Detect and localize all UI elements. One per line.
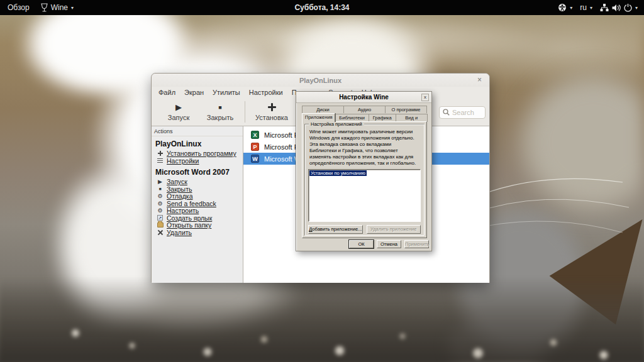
sidebar-section-playonlinux: PlayOnLinux [152,136,243,150]
gear-icon: ⚙ [157,193,164,200]
tab-row-front: Приложения Библиотеки Графика Вид и инте… [302,113,427,122]
sidebar-item-remove[interactable]: Удалить [152,229,243,237]
gear-icon: ⚙ [157,207,164,214]
listbox-selected-item[interactable]: Установки по умолчанию [309,170,367,176]
cancel-button[interactable]: Отмена [377,240,401,248]
application-settings-groupbox: Настройка приложений Wine может имитиров… [304,124,425,236]
chevron-down-icon: ▾ [635,5,638,11]
wine-config-titlebar[interactable]: Настройка Wine x [296,92,431,103]
actions-sidebar: Actions PlayOnLinux Установить программу… [152,126,243,283]
sidebar-item-open-folder[interactable]: Открыть папку [152,222,243,229]
apply-button: Применить [404,240,429,248]
excel-icon: X [251,131,259,139]
plus-icon [157,150,164,157]
cross-icon [157,229,164,236]
dialog-button-row: ОК Отмена Применить [349,240,429,248]
list-icon [157,157,164,164]
system-status-menu[interactable]: ▾ [600,4,638,12]
menu-settings[interactable]: Настройки [245,89,287,96]
volume-icon [612,4,621,12]
install-button[interactable]: Установка [249,102,294,121]
search-icon [443,107,450,118]
network-wired-icon [600,4,609,12]
play-icon: ▶ [175,102,182,112]
menu-file[interactable]: Файл [154,89,180,96]
close-app-button[interactable]: ■ Закрыть [199,102,241,121]
dialog-title: Настройка Wine [339,94,389,101]
menu-display[interactable]: Экран [180,89,208,96]
tab-drives[interactable]: Диски [302,106,344,113]
groupbox-label: Настройка приложений [309,121,364,127]
close-dialog-button[interactable]: x [421,94,429,101]
desktop: Обзор Wine ▾ Суббота, 14:34 [0,0,644,362]
wallpaper-pebble-ground [0,277,644,362]
folder-icon [157,222,164,229]
playonlinux-titlebar[interactable]: PlayOnLinux × [152,74,489,87]
sidebar-header: Actions [152,128,243,136]
search-placeholder: Search [452,109,474,116]
power-icon [624,4,632,12]
toolbar-separator [245,101,245,123]
tab-audio[interactable]: Аудио [343,106,386,113]
sidebar-item-run[interactable]: ▶ Запуск [152,178,243,186]
accessibility-menu[interactable]: ▾ [558,3,572,12]
remove-application-button: Удалить приложение [367,225,421,234]
tab-applications-active[interactable]: Приложения [302,113,335,122]
clock[interactable]: Суббота, 14:34 [0,3,644,12]
play-icon: ▶ [157,178,164,185]
gnome-top-bar: Обзор Wine ▾ Суббота, 14:34 [0,0,644,15]
sidebar-section-word2007: Microsoft Word 2007 [152,165,243,178]
plus-icon [268,102,276,112]
run-button[interactable]: ▶ Запуск [158,102,199,121]
applications-tab-panel: Настройка приложений Wine может имитиров… [302,121,427,238]
window-title: PlayOnLinux [299,77,341,84]
shortcut-icon: ↗ [157,214,164,221]
accessibility-icon [558,3,567,12]
chevron-down-icon: ▾ [590,5,592,11]
keyboard-layout-label: ru [580,3,587,12]
ok-button[interactable]: ОК [349,240,374,248]
tab-row-back: Диски Аудио О программе [302,106,427,113]
stop-icon: ■ [157,185,164,192]
powerpoint-icon: P [251,143,259,151]
tab-about[interactable]: О программе [385,106,427,113]
keyboard-layout-menu[interactable]: ru ▾ [580,3,592,12]
sidebar-item-close[interactable]: ■ Закрыть [152,186,243,194]
menu-tools[interactable]: Утилиты [208,89,245,96]
search-input[interactable]: Search [439,106,486,119]
add-application-button[interactable]: Добавить приложение... [308,225,363,234]
sidebar-item-settings[interactable]: Настройки [152,158,243,165]
close-window-button[interactable]: × [475,75,484,85]
wine-config-dialog: Настройка Wine x Диски Аудио О программе… [296,91,432,251]
gear-icon: ⚙ [157,200,164,207]
chevron-down-icon: ▾ [570,5,572,11]
description-text: Wine может имитировать различные версии … [308,129,421,167]
stop-icon: ■ [218,102,221,112]
word-icon: W [251,155,259,163]
applications-listbox[interactable]: Установки по умолчанию [308,169,421,222]
